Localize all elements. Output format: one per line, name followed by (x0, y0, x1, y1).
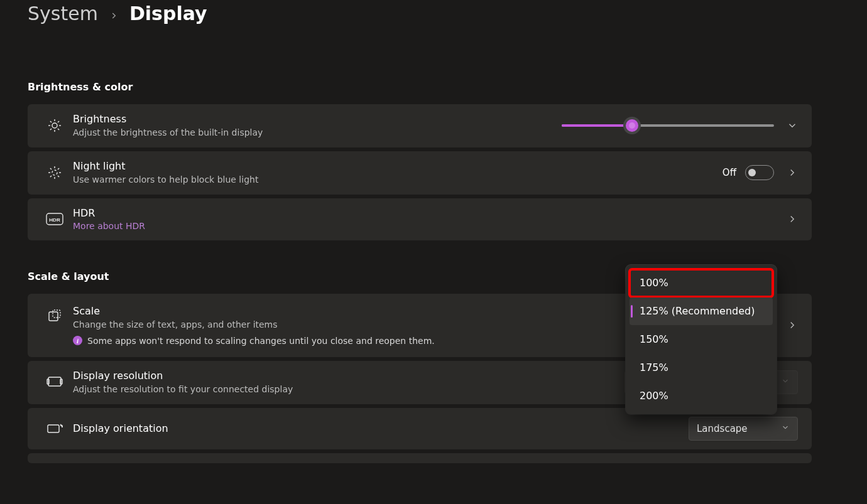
brightness-slider[interactable] (562, 119, 774, 132)
scale-option[interactable]: 150% (630, 326, 773, 353)
night-light-toggle[interactable] (745, 165, 774, 180)
section-brightness-color: Brightness & color (28, 81, 839, 93)
svg-line-5 (50, 121, 52, 122)
sun-icon (41, 118, 68, 133)
svg-line-6 (58, 129, 59, 130)
scale-info-text: Some apps won't respond to scaling chang… (87, 336, 435, 346)
night-light-row[interactable]: Night light Use warmer colors to help bl… (28, 151, 812, 195)
scale-dropdown[interactable]: 100%125% (Recommended)150%175%200% (626, 265, 777, 414)
chevron-right-icon[interactable] (787, 319, 798, 331)
brightness-title: Brightness (73, 113, 562, 126)
orientation-value: Landscape (697, 423, 748, 434)
breadcrumb-parent[interactable]: System (28, 3, 98, 24)
chevron-down-icon (781, 423, 790, 434)
scale-option[interactable]: 100% (630, 269, 773, 297)
resolution-subtitle: Adjust the resolution to fit your connec… (73, 383, 624, 395)
svg-line-17 (58, 168, 59, 169)
partial-row (28, 453, 812, 463)
svg-line-7 (50, 129, 52, 130)
svg-line-16 (50, 176, 52, 177)
hdr-row[interactable]: HDR HDR More about HDR (28, 198, 812, 240)
svg-rect-20 (49, 312, 58, 321)
chevron-right-icon[interactable] (787, 167, 798, 178)
chevron-right-icon (109, 8, 118, 23)
chevron-down-icon[interactable] (787, 120, 798, 131)
resolution-title: Display resolution (73, 370, 624, 382)
svg-rect-22 (48, 377, 61, 386)
info-icon: i (73, 336, 82, 345)
breadcrumb: System Display (28, 0, 839, 24)
night-light-subtitle: Use warmer colors to help block blue lig… (73, 174, 722, 186)
svg-point-0 (52, 123, 57, 128)
hdr-more-link[interactable]: More about HDR (73, 221, 145, 231)
chevron-right-icon[interactable] (787, 213, 798, 225)
svg-line-8 (58, 121, 59, 122)
scale-icon (41, 309, 68, 324)
chevron-down-icon (781, 377, 790, 388)
svg-rect-21 (53, 310, 60, 318)
slider-thumb[interactable] (626, 119, 638, 132)
hdr-icon: HDR (41, 213, 68, 225)
night-light-state: Off (722, 167, 736, 178)
scale-option[interactable]: 175% (630, 354, 773, 382)
hdr-title: HDR (73, 207, 787, 220)
scale-option[interactable]: 200% (630, 382, 773, 410)
svg-rect-25 (48, 425, 59, 432)
page-title: Display (129, 3, 207, 24)
svg-line-14 (50, 168, 52, 169)
night-light-title: Night light (73, 160, 722, 173)
toggle-knob (748, 169, 756, 176)
svg-text:HDR: HDR (49, 217, 60, 223)
orientation-title: Display orientation (73, 422, 689, 435)
orientation-icon (41, 422, 68, 435)
svg-point-9 (52, 170, 57, 175)
brightness-subtitle: Adjust the brightness of the built-in di… (73, 127, 562, 139)
scale-row[interactable]: Scale Change the size of text, apps, and… (28, 294, 812, 357)
resolution-icon (41, 375, 68, 389)
scale-option[interactable]: 125% (Recommended) (630, 298, 773, 325)
brightness-row[interactable]: Brightness Adjust the brightness of the … (28, 104, 812, 147)
orientation-select[interactable]: Landscape (689, 417, 798, 441)
night-light-icon (41, 165, 68, 180)
svg-line-15 (58, 176, 59, 177)
